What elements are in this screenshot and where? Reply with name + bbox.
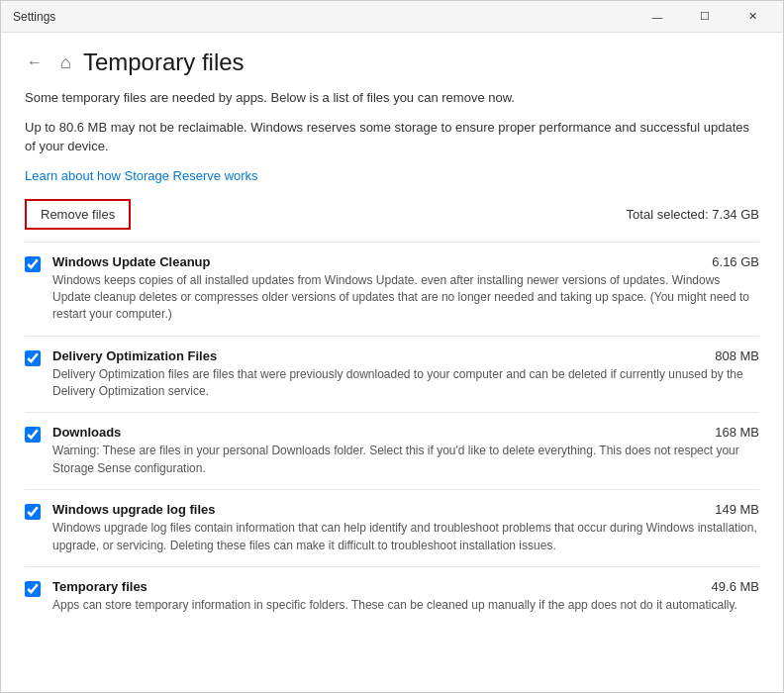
file-name: Downloads [52, 425, 121, 440]
title-bar: Settings — ☐ ✕ [1, 1, 783, 33]
total-selected-label: Total selected: 7.34 GB [627, 207, 759, 222]
maximize-button[interactable]: ☐ [682, 1, 728, 33]
file-item: Windows Update Cleanup 6.16 GB Windows k… [25, 242, 759, 336]
file-header: Temporary files 49.6 MB [52, 579, 759, 594]
file-info: Temporary files 49.6 MB Apps can store t… [52, 579, 759, 614]
file-size: 49.6 MB [712, 579, 759, 594]
file-checkbox[interactable] [25, 581, 41, 597]
file-checkbox-wrap[interactable] [25, 581, 41, 601]
file-item: Downloads 168 MB Warning: These are file… [25, 412, 759, 489]
remove-files-button[interactable]: Remove files [25, 199, 131, 230]
file-checkbox-wrap[interactable] [25, 256, 41, 276]
file-checkbox-wrap[interactable] [25, 350, 41, 370]
file-item: Delivery Optimization Files 808 MB Deliv… [25, 336, 759, 413]
file-header: Windows upgrade log files 149 MB [52, 502, 759, 517]
file-name: Temporary files [52, 579, 147, 594]
description-1: Some temporary files are needed by apps.… [25, 88, 759, 108]
minimize-button[interactable]: — [635, 1, 680, 33]
close-button[interactable]: ✕ [730, 1, 775, 33]
file-description: Delivery Optimization files are files th… [52, 366, 759, 401]
file-header: Windows Update Cleanup 6.16 GB [52, 254, 759, 269]
file-size: 6.16 GB [712, 254, 759, 269]
file-description: Apps can store temporary information in … [52, 597, 759, 614]
file-size: 149 MB [715, 502, 759, 517]
settings-window: Settings — ☐ ✕ ← ⌂ Temporary files Some … [0, 0, 784, 693]
file-item: Windows upgrade log files 149 MB Windows… [25, 489, 759, 566]
file-info: Windows Update Cleanup 6.16 GB Windows k… [52, 254, 759, 324]
file-list: Windows Update Cleanup 6.16 GB Windows k… [25, 242, 759, 627]
title-bar-controls: — ☐ ✕ [635, 1, 775, 33]
file-info: Windows upgrade log files 149 MB Windows… [52, 502, 759, 554]
file-name: Windows Update Cleanup [52, 254, 211, 269]
file-info: Delivery Optimization Files 808 MB Deliv… [52, 348, 759, 401]
file-header: Delivery Optimization Files 808 MB [52, 348, 759, 363]
file-checkbox-wrap[interactable] [25, 427, 41, 446]
file-checkbox-wrap[interactable] [25, 504, 41, 524]
file-checkbox[interactable] [25, 256, 41, 272]
page-header: ← ⌂ Temporary files [1, 33, 783, 84]
file-description: Windows keeps copies of all installed up… [52, 272, 759, 324]
content-body: Some temporary files are needed by apps.… [1, 84, 783, 692]
file-name: Delivery Optimization Files [52, 348, 217, 363]
title-bar-title: Settings [13, 10, 55, 24]
file-checkbox[interactable] [25, 427, 41, 443]
learn-link[interactable]: Learn about how Storage Reserve works [25, 168, 258, 183]
description-2: Up to 80.6 MB may not be reclaimable. Wi… [25, 118, 759, 156]
file-info: Downloads 168 MB Warning: These are file… [52, 425, 759, 477]
title-bar-left: Settings [13, 10, 55, 24]
file-description: Windows upgrade log files contain inform… [52, 520, 759, 554]
home-icon: ⌂ [60, 52, 71, 73]
file-description: Warning: These are files in your persona… [52, 443, 759, 477]
file-checkbox[interactable] [25, 350, 41, 366]
file-header: Downloads 168 MB [52, 425, 759, 440]
back-button[interactable]: ← [21, 49, 49, 76]
file-item: Temporary files 49.6 MB Apps can store t… [25, 566, 759, 626]
page-title: Temporary files [83, 49, 245, 76]
file-size: 168 MB [715, 425, 759, 440]
file-size: 808 MB [715, 348, 759, 363]
action-row: Remove files Total selected: 7.34 GB [25, 199, 759, 230]
file-name: Windows upgrade log files [52, 502, 216, 517]
file-checkbox[interactable] [25, 504, 41, 520]
